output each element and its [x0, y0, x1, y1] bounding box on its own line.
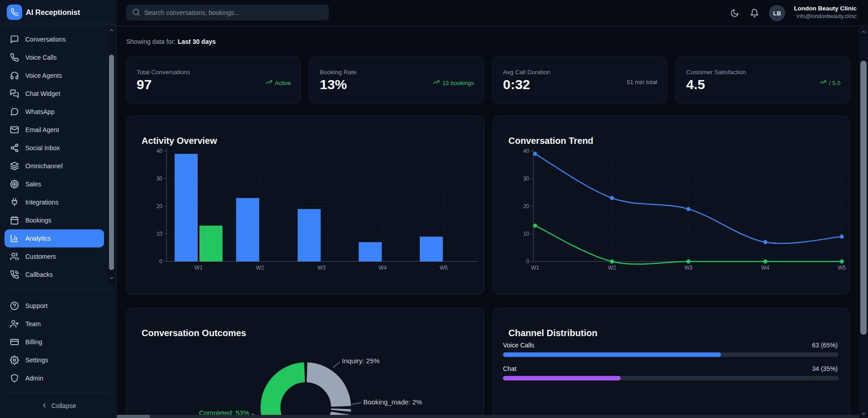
sidebar-item-label: Voice Calls	[25, 54, 57, 61]
plug-icon	[10, 198, 19, 207]
scroll-down-icon[interactable]	[861, 411, 867, 417]
svg-text:10: 10	[523, 231, 530, 237]
stat-label: Avg Call Duration	[503, 69, 550, 76]
sidebar-item-sales[interactable]: Sales	[0, 175, 117, 193]
svg-text:40: 40	[157, 148, 163, 154]
channel-distribution-card: Channel Distribution Voice Calls63 (65%)…	[493, 308, 849, 418]
channel-label: Voice Calls	[503, 342, 534, 349]
app-title: AI Receptionist	[26, 0, 80, 24]
horizontal-scrollbar-track[interactable]	[117, 415, 859, 418]
calendar-icon	[10, 216, 19, 225]
sidebar-item-conversations[interactable]: Conversations	[0, 30, 117, 48]
stat-badge: Active	[266, 79, 291, 87]
sidebar-item-chat-widget[interactable]: Chat Widget	[0, 85, 117, 103]
sidebar-item-label: Admin	[25, 375, 43, 382]
sidebar-item-omnichannel[interactable]: Omnichannel	[0, 157, 117, 175]
sidebar-nav-primary: ConversationsVoice CallsVoice AgentsChat…	[0, 30, 117, 284]
sidebar-item-support[interactable]: Support	[0, 297, 117, 315]
collapse-sidebar-button[interactable]: Collapse	[0, 397, 117, 415]
channel-bar-track	[503, 352, 839, 357]
sidebar-item-voice-calls[interactable]: Voice Calls	[0, 48, 117, 66]
sidebar-item-label: Team	[25, 320, 41, 328]
dark-mode-toggle[interactable]	[727, 6, 742, 20]
sidebar-item-label: Chat Widget	[25, 90, 60, 97]
sidebar-item-email-agent[interactable]: Email Agent	[0, 121, 117, 139]
svg-text:W2: W2	[256, 265, 264, 271]
sidebar-item-label: Settings	[25, 356, 48, 364]
sidebar-item-bookings[interactable]: Bookings	[0, 211, 117, 229]
app-logo: AI Receptionist	[0, 0, 117, 24]
scroll-up-icon[interactable]	[109, 27, 114, 33]
sidebar-item-analytics[interactable]: Analytics	[5, 229, 104, 247]
sidebar-item-customers[interactable]: Customers	[0, 247, 117, 266]
conversation-outcomes-card: Conversation Outcomes Inquiry: 25%Bookin…	[126, 308, 484, 418]
chevron-left-icon	[41, 402, 48, 410]
stat-value: 13%	[320, 77, 347, 92]
sidebar-item-label: Omnichannel	[25, 162, 63, 170]
trending-up-icon	[433, 79, 440, 87]
sidebar-item-integrations[interactable]: Integrations	[0, 193, 117, 211]
donut-label-booking-made: Booking_made: 2%	[363, 398, 422, 406]
sidebar-item-label: Analytics	[25, 235, 51, 242]
sidebar-scrollbar-thumb[interactable]	[109, 55, 114, 270]
sidebar-item-admin[interactable]: Admin	[0, 369, 117, 387]
channel-bar-track	[503, 376, 839, 380]
user-name: London Beauty Clinic	[789, 4, 857, 13]
svg-text:0: 0	[159, 258, 162, 265]
phone-icon	[10, 53, 19, 62]
svg-text:W4: W4	[761, 265, 769, 271]
chart-title: Channel Distribution	[508, 328, 598, 338]
filter-note: Showing data for:Last 30 days	[126, 38, 216, 45]
stat-label: Booking Rate	[320, 69, 356, 76]
sidebar-item-whatsapp[interactable]: WhatsApp	[0, 103, 117, 121]
sidebar-item-callbacks[interactable]: Callbacks	[0, 266, 117, 284]
sidebar-divider	[5, 290, 111, 290]
vertical-scrollbar-thumb[interactable]	[860, 61, 867, 335]
svg-text:0: 0	[526, 258, 529, 265]
sidebar-item-label: Voice Agents	[25, 72, 62, 79]
conversation-trend-card: Conversation Trend 010203040W1W2W3W4W5	[493, 116, 849, 294]
sidebar-item-voice-agents[interactable]: Voice Agents	[0, 66, 117, 85]
scroll-up-icon[interactable]	[861, 29, 867, 35]
stat-badge: 13 bookings	[433, 79, 474, 87]
channel-value: 34 (35%)	[812, 365, 838, 372]
stat-badge: 51 min total	[627, 79, 657, 86]
conversation-trend-line-chart: 010203040W1W2W3W4W5	[493, 116, 850, 295]
outcomes-donut-chart: Inquiry: 25%Booking_made: 2%Completed: 5…	[127, 309, 484, 418]
sidebar: AI Receptionist ConversationsVoice Calls…	[0, 0, 117, 418]
sidebar-item-label: Sales	[25, 180, 41, 188]
svg-text:W3: W3	[318, 265, 326, 271]
sidebar-item-social-inbox[interactable]: Social Inbox	[0, 139, 117, 157]
stat-card-customer-satisfaction: Customer Satisfaction4.5/ 5.0	[676, 57, 850, 104]
svg-text:W5: W5	[440, 265, 448, 271]
help-circle-icon	[10, 301, 19, 310]
svg-text:30: 30	[157, 176, 163, 182]
search-input[interactable]	[143, 5, 325, 20]
sidebar-item-label: Billing	[25, 338, 42, 346]
svg-text:W1: W1	[531, 265, 539, 271]
channel-label: Chat	[503, 365, 517, 372]
scroll-down-icon[interactable]	[109, 275, 114, 281]
user-block: London Beauty Clinic info@londonbeauty.c…	[789, 4, 857, 20]
horizontal-scrollbar-thumb[interactable]	[117, 415, 150, 418]
svg-text:W5: W5	[838, 265, 846, 271]
sidebar-item-team[interactable]: Team	[0, 315, 117, 333]
phone-call-icon	[10, 270, 19, 279]
sidebar-divider	[5, 392, 111, 393]
sidebar-item-billing[interactable]: Billing	[0, 333, 117, 351]
user-plus-icon	[10, 319, 19, 328]
avatar[interactable]: LB	[769, 5, 785, 21]
headphones-icon	[10, 71, 19, 80]
svg-text:30: 30	[523, 176, 530, 182]
sidebar-item-settings[interactable]: Settings	[0, 351, 117, 369]
sidebar-item-label: WhatsApp	[25, 108, 55, 115]
channel-bar-fill	[503, 352, 721, 357]
stat-badge: / 5.0	[820, 79, 840, 87]
notifications-button[interactable]	[747, 6, 762, 20]
sidebar-item-label: Support	[25, 302, 47, 309]
shield-icon	[10, 374, 19, 383]
svg-text:W3: W3	[684, 265, 693, 271]
stat-value: 97	[137, 77, 152, 92]
mail-icon	[10, 125, 19, 134]
sidebar-item-label: Bookings	[25, 217, 52, 224]
